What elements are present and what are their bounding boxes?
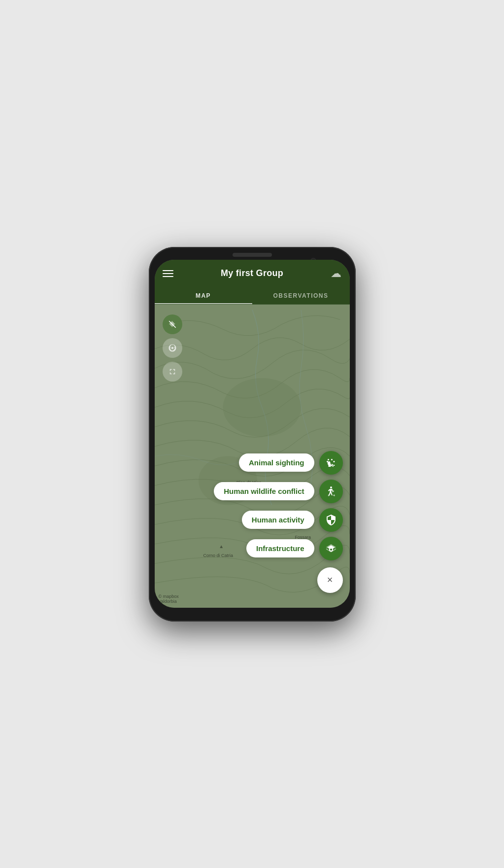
tab-map[interactable]: MAP	[155, 287, 252, 304]
app-title: My first Group	[221, 268, 283, 278]
tab-observations[interactable]: OBSERVATIONS	[252, 287, 350, 304]
animal-sighting-row: Animal sighting	[239, 451, 343, 475]
hamburger-menu-button[interactable]	[163, 270, 173, 277]
human-wildlife-conflict-row: Human wildlife conflict	[214, 480, 342, 503]
svg-point-4	[330, 486, 332, 488]
human-activity-row: Human activity	[242, 508, 343, 532]
close-fab-container: ×	[214, 565, 342, 593]
tabs-bar: MAP OBSERVATIONS	[155, 287, 350, 305]
map-wrapper: Plan d'Urtica Corno di Catria Fossara ▲	[155, 305, 350, 608]
animal-sighting-button[interactable]	[319, 451, 343, 475]
infrastructure-row: Infrastructure	[246, 537, 343, 560]
phone-device: My first Group ☁ MAP OBSERVATIONS	[149, 247, 356, 622]
mapbox-credit: © mapboxValdorbia	[159, 594, 179, 604]
human-wildlife-conflict-label[interactable]: Human wildlife conflict	[214, 482, 314, 500]
close-fab-button[interactable]: ×	[317, 567, 343, 593]
cloud-icon[interactable]: ☁	[331, 267, 341, 280]
infrastructure-button[interactable]	[319, 537, 343, 560]
svg-point-3	[171, 347, 173, 349]
fab-menu: Animal sighting Human wildlife conflict	[214, 451, 342, 593]
infrastructure-label[interactable]: Infrastructure	[246, 539, 314, 557]
fullscreen-button[interactable]	[163, 362, 182, 382]
human-activity-label[interactable]: Human activity	[242, 511, 314, 529]
svg-point-0	[223, 378, 301, 437]
phone-screen: My first Group ☁ MAP OBSERVATIONS	[155, 260, 350, 608]
top-bar: My first Group ☁	[155, 260, 350, 287]
svg-point-6	[330, 549, 332, 551]
human-activity-button[interactable]	[319, 508, 343, 532]
map-credit: © mapboxValdorbia	[159, 594, 179, 604]
map-controls	[163, 314, 182, 382]
animal-sighting-label[interactable]: Animal sighting	[239, 453, 314, 472]
screen-content: My first Group ☁ MAP OBSERVATIONS	[155, 260, 350, 608]
location-off-button[interactable]	[163, 314, 182, 334]
close-icon: ×	[327, 574, 333, 586]
location-target-button[interactable]	[163, 338, 182, 358]
phone-speaker	[233, 253, 272, 257]
human-wildlife-conflict-button[interactable]	[319, 480, 343, 503]
